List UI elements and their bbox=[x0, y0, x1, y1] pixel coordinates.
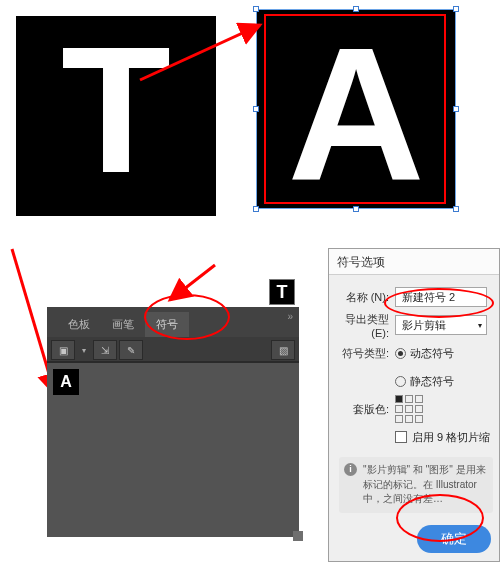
transform-handle-nw[interactable] bbox=[253, 6, 259, 12]
radio-static-symbol-label: 静态符号 bbox=[410, 374, 454, 389]
symbols-panel[interactable]: 色板 画笔 符号 » ▣ ▾ ⇲ ✎ ▧ T A bbox=[47, 307, 299, 537]
reg-cell-ne[interactable] bbox=[415, 395, 423, 403]
reg-cell-se[interactable] bbox=[415, 415, 423, 423]
panel-collapse-icon[interactable]: » bbox=[287, 311, 293, 322]
radio-static-symbol[interactable] bbox=[395, 376, 406, 387]
export-type-label: 导出类型 (E): bbox=[331, 312, 395, 339]
annotation-circle-name-input bbox=[384, 288, 494, 318]
transform-handle-w[interactable] bbox=[253, 106, 259, 112]
nine-slice-label: 启用 9 格切片缩 bbox=[412, 430, 490, 445]
registration-label: 套版色: bbox=[331, 402, 395, 417]
registration-grid[interactable] bbox=[395, 395, 423, 423]
transform-handle-s[interactable] bbox=[353, 206, 359, 212]
transform-handle-sw[interactable] bbox=[253, 206, 259, 212]
panel-resize-handle[interactable] bbox=[293, 531, 303, 541]
reg-cell-n[interactable] bbox=[405, 395, 413, 403]
dialog-title: 符号选项 bbox=[329, 249, 499, 275]
canvas-object-letter-t[interactable]: T bbox=[16, 16, 216, 216]
nine-slice-checkbox[interactable] bbox=[395, 431, 407, 443]
reg-cell-c[interactable] bbox=[405, 405, 413, 413]
chevron-down-icon: ▾ bbox=[478, 321, 482, 330]
reg-cell-e[interactable] bbox=[415, 405, 423, 413]
toolbar-extra-button[interactable]: ▧ bbox=[271, 340, 295, 360]
reg-cell-nw[interactable] bbox=[395, 395, 403, 403]
panel-toolbar: ▣ ▾ ⇲ ✎ ▧ T bbox=[47, 337, 299, 363]
tab-brushes[interactable]: 画笔 bbox=[101, 312, 145, 337]
symbol-item-t-glyph: T bbox=[277, 282, 288, 303]
toolbar-dropdown-icon[interactable]: ▾ bbox=[77, 340, 91, 360]
transform-handle-e[interactable] bbox=[453, 106, 459, 112]
annotation-box-around-a bbox=[264, 14, 446, 204]
glyph-t: T bbox=[61, 38, 171, 182]
info-icon: i bbox=[344, 463, 357, 476]
toolbar-edit-symbol-button[interactable]: ✎ bbox=[119, 340, 143, 360]
annotation-circle-symbols-tab bbox=[144, 294, 230, 340]
radio-dynamic-symbol[interactable] bbox=[395, 348, 406, 359]
symbol-item-t[interactable]: T bbox=[269, 279, 295, 305]
symbol-item-a-glyph: A bbox=[60, 373, 72, 391]
symbol-type-label: 符号类型: bbox=[331, 346, 395, 361]
reg-cell-sw[interactable] bbox=[395, 415, 403, 423]
export-type-value: 影片剪辑 bbox=[402, 318, 446, 333]
symbol-item-a[interactable]: A bbox=[53, 369, 79, 395]
annotation-circle-ok-button bbox=[396, 494, 484, 542]
transform-handle-ne[interactable] bbox=[453, 6, 459, 12]
toolbar-break-link-button[interactable]: ⇲ bbox=[93, 340, 117, 360]
tab-swatches[interactable]: 色板 bbox=[57, 312, 101, 337]
transform-handle-se[interactable] bbox=[453, 206, 459, 212]
transform-handle-n[interactable] bbox=[353, 6, 359, 12]
reg-cell-w[interactable] bbox=[395, 405, 403, 413]
panel-divider bbox=[47, 361, 299, 363]
symbols-grid[interactable]: A bbox=[47, 363, 299, 531]
toolbar-place-symbol-button[interactable]: ▣ bbox=[51, 340, 75, 360]
reg-cell-s[interactable] bbox=[405, 415, 413, 423]
radio-dynamic-symbol-label: 动态符号 bbox=[410, 346, 454, 361]
export-type-dropdown[interactable]: 影片剪辑 ▾ bbox=[395, 315, 487, 335]
